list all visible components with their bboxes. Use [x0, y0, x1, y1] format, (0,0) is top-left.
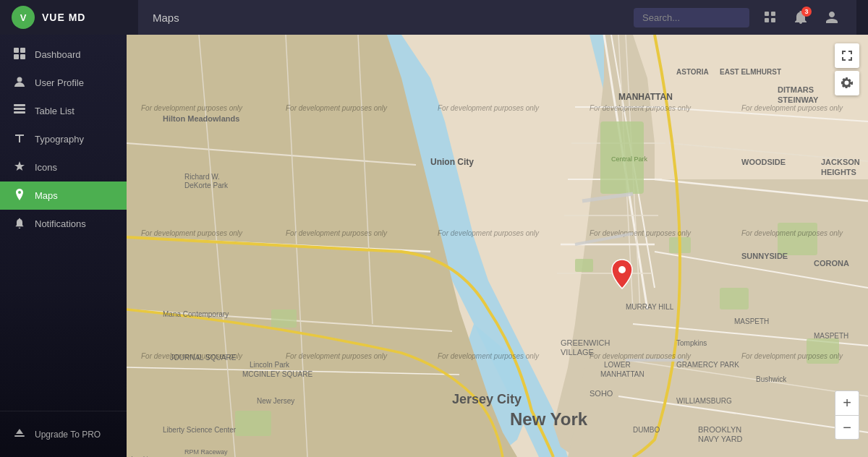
svg-text:RPM Raceway: RPM Raceway — [184, 448, 228, 456]
svg-text:CORONA: CORONA — [814, 259, 849, 268]
table-list-icon — [13, 104, 26, 118]
icons-icon — [13, 161, 26, 174]
svg-text:For development purposes only: For development purposes only — [438, 229, 540, 237]
sidebar-item-user-profile[interactable]: User Profile — [0, 69, 127, 97]
svg-text:LOWER: LOWER — [604, 361, 631, 369]
sidebar-item-typography[interactable]: Typography — [0, 125, 127, 153]
logo: V — [12, 6, 35, 29]
svg-rect-3 — [771, 18, 775, 22]
dashboard-icon — [13, 48, 26, 61]
svg-text:HEIGHTS: HEIGHTS — [821, 168, 856, 176]
logo-initial: V — [20, 12, 27, 23]
sidebar-item-typography-label: Typography — [35, 134, 84, 145]
svg-text:DITMARS: DITMARS — [778, 85, 814, 94]
svg-point-8 — [17, 77, 22, 82]
svg-text:MURRAY HILL: MURRAY HILL — [626, 303, 674, 311]
sidebar-item-dashboard[interactable]: Dashboard — [0, 40, 127, 69]
svg-text:For development purposes only: For development purposes only — [141, 104, 243, 112]
main-layout: Dashboard User Profile — [0, 35, 868, 457]
svg-text:For development purposes only: For development purposes only — [590, 229, 692, 237]
maps-icon — [13, 189, 26, 202]
notification-badge: 3 — [801, 7, 812, 17]
header-main: Maps 3 — [138, 0, 856, 35]
sidebar-item-notifications[interactable]: Notifications — [0, 210, 127, 238]
svg-text:For development purposes only: For development purposes only — [741, 229, 843, 237]
svg-rect-45 — [235, 411, 271, 436]
svg-rect-46 — [778, 223, 817, 255]
map-area[interactable]: Central Park Hilton Meadowlands Richard … — [127, 35, 868, 457]
svg-rect-2 — [765, 18, 769, 22]
svg-text:For development purposes only: For development purposes only — [590, 104, 692, 112]
svg-rect-12 — [14, 435, 25, 437]
notifications-icon — [13, 217, 26, 231]
sidebar-footer: Upgrade To PRO — [0, 411, 127, 457]
svg-text:For development purposes only: For development purposes only — [286, 229, 388, 237]
brand: V VUE MD — [12, 6, 138, 29]
map-svg: Central Park Hilton Meadowlands Richard … — [127, 35, 868, 457]
sidebar-item-icons[interactable]: Icons — [0, 153, 127, 181]
svg-point-110 — [618, 266, 626, 273]
map-zoom-controls: + − — [835, 390, 859, 440]
svg-text:Central Park: Central Park — [611, 155, 648, 163]
svg-rect-43 — [720, 288, 749, 309]
user-profile-icon — [13, 76, 26, 90]
svg-text:Bushwick: Bushwick — [756, 375, 787, 383]
notifications-button[interactable]: 3 — [791, 8, 810, 27]
upgrade-pro-button[interactable]: Upgrade To PRO — [0, 420, 127, 448]
svg-rect-4 — [14, 48, 19, 53]
upgrade-icon — [13, 427, 26, 441]
svg-text:EAST ELMHURST: EAST ELMHURST — [720, 68, 781, 76]
user-account-button[interactable] — [822, 7, 842, 27]
svg-text:New York: New York — [510, 409, 588, 429]
svg-text:New Jersey: New Jersey — [257, 397, 294, 405]
svg-text:Jersey City: Jersey City — [452, 392, 522, 406]
svg-text:DUMBO: DUMBO — [633, 426, 660, 434]
settings-button[interactable] — [835, 71, 859, 95]
svg-text:GRAMERCY PARK: GRAMERCY PARK — [676, 361, 739, 369]
svg-text:SOHO: SOHO — [590, 389, 613, 398]
svg-text:MCGINLEY SQUARE: MCGINLEY SQUARE — [242, 370, 312, 378]
sidebar-item-maps-label: Maps — [35, 190, 58, 201]
sidebar-nav: Dashboard User Profile — [0, 35, 127, 411]
header-actions: 3 — [634, 7, 842, 27]
svg-text:For development purposes only: For development purposes only — [438, 104, 540, 112]
svg-rect-0 — [765, 12, 769, 16]
svg-text:SUNNYSIDE: SUNNYSIDE — [741, 252, 788, 260]
zoom-out-button[interactable]: − — [835, 415, 859, 440]
svg-text:For development purposes only: For development purposes only — [141, 229, 243, 237]
search-input[interactable] — [634, 8, 749, 27]
svg-text:JACKSON: JACKSON — [821, 158, 860, 166]
svg-text:BROOKLYN: BROOKLYN — [698, 425, 741, 434]
grid-view-button[interactable] — [761, 8, 780, 27]
svg-rect-44 — [271, 309, 297, 328]
zoom-in-button[interactable]: + — [835, 390, 859, 415]
svg-marker-13 — [16, 429, 23, 434]
svg-text:GREENWICH: GREENWICH — [561, 338, 610, 347]
sidebar-item-maps[interactable]: Maps — [0, 181, 127, 210]
svg-text:For development purposes only: For development purposes only — [286, 104, 388, 112]
sidebar-item-dashboard-label: Dashboard — [35, 49, 81, 60]
svg-text:For development purposes only: For development purposes only — [741, 352, 843, 360]
sidebar-item-user-profile-label: User Profile — [35, 77, 84, 88]
fullscreen-button[interactable] — [835, 43, 859, 68]
svg-text:Lincoln Park: Lincoln Park — [250, 361, 290, 369]
svg-text:ASTORIA: ASTORIA — [676, 68, 709, 76]
svg-rect-6 — [14, 54, 19, 59]
sidebar-item-table-list[interactable]: Table List — [0, 97, 127, 125]
page-title: Maps — [153, 12, 179, 24]
sidebar: Dashboard User Profile — [0, 35, 127, 457]
svg-text:For development purposes only: For development purposes only — [141, 352, 243, 360]
sidebar-item-table-list-label: Table List — [35, 106, 75, 116]
app-title: VUE MD — [42, 12, 85, 23]
svg-text:MANHATTAN: MANHATTAN — [600, 370, 644, 378]
svg-text:VILLAGE: VILLAGE — [561, 348, 594, 356]
svg-text:DeKorte Park: DeKorte Park — [184, 181, 229, 189]
sidebar-item-notifications-label: Notifications — [35, 218, 86, 229]
svg-rect-1 — [771, 12, 775, 16]
svg-rect-10 — [14, 108, 25, 110]
svg-text:Richard W.: Richard W. — [184, 173, 220, 181]
svg-rect-5 — [20, 48, 25, 53]
svg-rect-7 — [20, 54, 25, 59]
upgrade-label: Upgrade To PRO — [35, 430, 101, 440]
svg-rect-11 — [14, 111, 25, 114]
